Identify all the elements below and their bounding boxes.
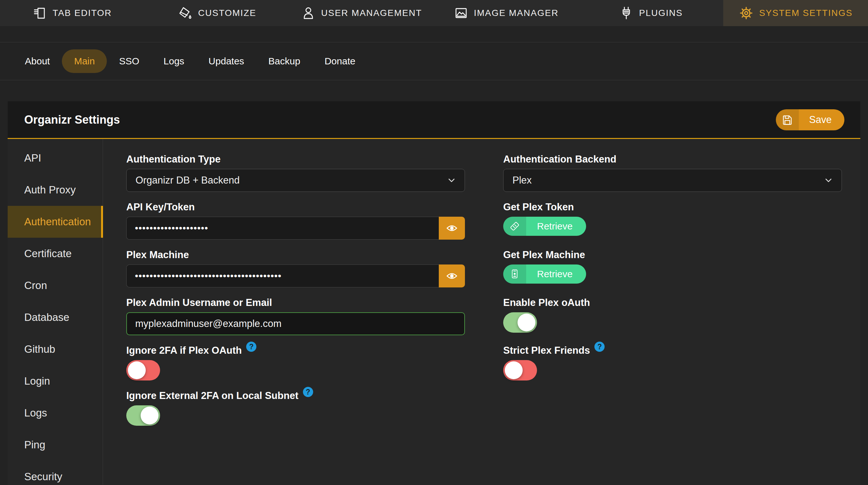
sidebar-item-logs[interactable]: Logs (8, 397, 103, 429)
nav-tab-editor[interactable]: TAB EDITOR (0, 0, 145, 26)
sidebar-item-security[interactable]: Security (8, 461, 103, 485)
tab-logs[interactable]: Logs (152, 50, 196, 73)
get-plex-machine-label: Get Plex Machine (503, 249, 842, 261)
help-icon[interactable]: ? (246, 342, 256, 352)
chevron-down-icon (448, 178, 455, 183)
tab-editor-icon (33, 6, 47, 20)
nav-plugins[interactable]: PLUGINS (579, 0, 723, 26)
auth-backend-select[interactable]: Plex (503, 169, 842, 192)
authentication-form: Authentication Type Authentication Backe… (103, 139, 860, 485)
tab-sso[interactable]: SSO (107, 50, 151, 73)
sidebar-item-github[interactable]: Github (8, 333, 103, 365)
settings-sidebar: API Auth Proxy Authentication Certificat… (8, 139, 103, 485)
page-title: Organizr Settings (24, 113, 120, 127)
enable-plex-oauth-ctrl (503, 312, 842, 333)
plug-icon (619, 6, 633, 20)
nav-label: CUSTOMIZE (198, 8, 256, 18)
api-key-field-group: •••••••••••••••••••• (126, 217, 465, 239)
enable-plex-oauth-toggle[interactable] (503, 312, 537, 333)
plex-machine-field-group: •••••••••••••••••••••••••••••••••••••••• (126, 264, 465, 287)
gear-icon (739, 6, 753, 21)
get-plex-token-ctrl: Retrieve (503, 217, 842, 236)
tab-about[interactable]: About (13, 50, 62, 73)
api-key-label: API Key/Token (126, 201, 465, 213)
plex-machine-input[interactable]: •••••••••••••••••••••••••••••••••••••••• (126, 264, 439, 287)
auth-backend-selected-value: Plex (513, 174, 532, 186)
sidebar-item-cron[interactable]: Cron (8, 269, 103, 301)
ignore-external-2fa-label: Ignore External 2FA on Local Subnet ? (126, 390, 465, 401)
plex-admin-label: Plex Admin Username or Email (126, 297, 465, 309)
ignore-2fa-toggle[interactable] (126, 360, 160, 381)
strict-plex-friends-label: Strict Plex Friends ? (503, 345, 842, 356)
sidebar-item-auth-proxy[interactable]: Auth Proxy (8, 174, 103, 206)
nav-customize[interactable]: CUSTOMIZE (145, 0, 289, 26)
auth-backend-label: Authentication Backend (503, 154, 842, 165)
sidebar-item-certificate[interactable]: Certificate (8, 238, 103, 269)
retrieve-plex-machine-button[interactable]: Retrieve (503, 264, 586, 284)
tab-updates[interactable]: Updates (196, 50, 256, 73)
tab-backup[interactable]: Backup (256, 50, 312, 73)
sidebar-item-ping[interactable]: Ping (8, 429, 103, 461)
help-icon[interactable]: ? (303, 387, 313, 397)
organizr-app: TAB EDITOR CUSTOMIZE USER MANAGEMENT I (0, 0, 868, 485)
nav-image-manager[interactable]: IMAGE MANAGER (434, 0, 579, 26)
toggle-knob (505, 361, 523, 379)
nav-label: PLUGINS (639, 8, 683, 18)
sidebar-item-login[interactable]: Login (8, 365, 103, 397)
nav-system-settings[interactable]: SYSTEM SETTINGS (723, 0, 868, 26)
tab-donate[interactable]: Donate (312, 50, 368, 73)
retrieve-token-label: Retrieve (526, 217, 586, 236)
settings-tabs: About Main SSO Logs Updates Backup Donat… (0, 42, 868, 80)
organizr-settings-panel: Organizr Settings Save API Auth Proxy (8, 101, 860, 485)
auth-type-select[interactable]: Organizr DB + Backend (126, 169, 465, 192)
ignore-2fa-ctrl (126, 360, 465, 381)
ignore-2fa-label: Ignore 2FA if Plex OAuth ? (126, 345, 465, 356)
api-key-input[interactable]: •••••••••••••••••••• (126, 217, 439, 239)
toggle-knob (141, 407, 158, 424)
help-icon[interactable]: ? (594, 342, 604, 352)
retrieve-plex-token-button[interactable]: Retrieve (503, 217, 586, 236)
nav-label: IMAGE MANAGER (474, 8, 559, 18)
id-badge-icon (503, 264, 526, 284)
strict-plex-friends-ctrl (503, 360, 842, 381)
eye-icon (446, 271, 458, 281)
ticket-icon (503, 217, 526, 236)
top-navbar: TAB EDITOR CUSTOMIZE USER MANAGEMENT I (0, 0, 868, 26)
get-plex-token-label: Get Plex Token (503, 201, 842, 213)
auth-type-selected-value: Organizr DB + Backend (135, 174, 240, 186)
toggle-knob (128, 361, 146, 379)
eye-icon (446, 223, 458, 233)
floppy-disk-icon (776, 109, 799, 130)
save-button-label: Save (799, 109, 844, 130)
paint-bucket-icon (178, 6, 192, 21)
nav-label: SYSTEM SETTINGS (759, 8, 853, 18)
plex-admin-input[interactable]: myplexadminuser@example.com (126, 312, 465, 335)
image-icon (454, 6, 468, 20)
enable-plex-oauth-label: Enable Plex oAuth (503, 297, 842, 309)
toggle-knob (518, 314, 535, 331)
chevron-down-icon (825, 178, 832, 183)
api-key-reveal-button[interactable] (439, 217, 465, 239)
get-plex-machine-ctrl: Retrieve (503, 264, 842, 284)
plex-admin-value: myplexadminuser@example.com (135, 318, 282, 329)
sidebar-item-api[interactable]: API (8, 142, 103, 174)
ignore-external-2fa-ctrl (126, 405, 465, 426)
tab-main[interactable]: Main (62, 50, 107, 73)
nav-label: TAB EDITOR (53, 8, 112, 18)
retrieve-machine-label: Retrieve (526, 264, 586, 284)
strict-plex-friends-toggle[interactable] (503, 360, 537, 381)
user-icon (301, 6, 315, 20)
auth-type-label: Authentication Type (126, 154, 465, 165)
nav-label: USER MANAGEMENT (321, 8, 422, 18)
sidebar-item-authentication[interactable]: Authentication (8, 206, 103, 238)
nav-user-management[interactable]: USER MANAGEMENT (289, 0, 434, 26)
plex-machine-reveal-button[interactable] (439, 264, 465, 287)
panel-body: API Auth Proxy Authentication Certificat… (8, 139, 860, 485)
plex-machine-label: Plex Machine (126, 249, 465, 261)
ignore-external-2fa-toggle[interactable] (126, 405, 160, 426)
panel-header: Organizr Settings Save (8, 101, 860, 139)
sidebar-item-database[interactable]: Database (8, 301, 103, 333)
save-button[interactable]: Save (776, 109, 844, 130)
